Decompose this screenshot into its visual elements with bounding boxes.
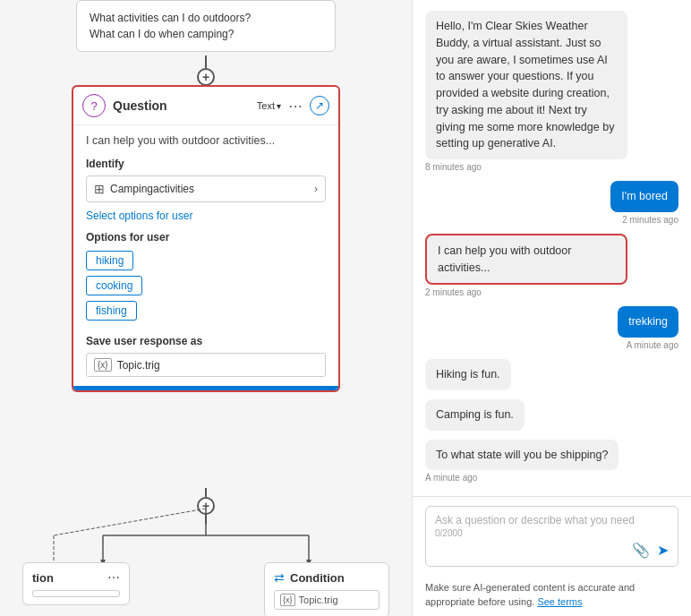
top-node: What activities can I do outdoors? What …: [76, 0, 336, 52]
chat-input-box: Ask a question or describe what you need…: [425, 506, 678, 567]
msg-time-intro: 8 minutes ago: [425, 162, 627, 172]
bottom-node-left: tion ⋯: [22, 562, 130, 605]
chat-input-placeholder[interactable]: Ask a question or describe what you need: [435, 514, 669, 526]
type-chevron-icon[interactable]: ▾: [277, 101, 281, 111]
question-icon: ?: [82, 94, 106, 117]
line-bottom2: [205, 515, 207, 524]
identify-chevron-icon: ›: [314, 183, 318, 195]
add-node-btn-top[interactable]: +: [197, 68, 215, 86]
add-node-btn-bottom[interactable]: +: [197, 497, 215, 515]
right-panel: Hello, I'm Clear Skies Weather Buddy, a …: [412, 0, 691, 616]
var-icon-small: {x}: [280, 594, 295, 606]
save-variable: Topic.trig: [117, 359, 160, 372]
identify-value: Campingactivities: [110, 183, 194, 195]
user-message-trekking: trekking A minute ago: [618, 306, 678, 350]
bot-bubble-intro: Hello, I'm Clear Skies Weather Buddy, a …: [425, 11, 627, 159]
left-panel: What activities can I do outdoors? What …: [0, 0, 412, 616]
chat-disclaimer: Make sure AI-generated content is accura…: [413, 576, 691, 616]
bot-message-camping: Camping is fun.: [425, 399, 525, 431]
header-controls: Text ▾ ⋯ ↗: [257, 96, 329, 116]
chat-messages: Hello, I'm Clear Skies Weather Buddy, a …: [413, 0, 691, 496]
identify-inner: ⊞ Campingactivities: [94, 182, 194, 196]
condition-icon: ⇄: [274, 570, 285, 585]
chat-input-actions: 📎 ➤: [435, 542, 669, 559]
question-card-header: ? Question Text ▾ ⋯ ↗: [73, 87, 338, 125]
msg-time-help: 2 minutes ago: [425, 287, 627, 297]
msg-time-trekking: A minute ago: [618, 340, 678, 350]
see-terms-link[interactable]: See terms: [537, 596, 582, 607]
bottom-nodes-row: tion ⋯ ⇄ Condition {x} Topic.trig: [0, 526, 412, 616]
top-node-line1: What activities can I do outdoors?: [90, 10, 322, 26]
bottom-node-right-title: Condition: [290, 571, 345, 585]
question-card: ? Question Text ▾ ⋯ ↗ I can help you wit…: [72, 85, 340, 392]
attach-icon[interactable]: 📎: [632, 542, 650, 559]
bottom-var-value: Topic.trig: [299, 595, 338, 605]
bot-bubble-camping: Camping is fun.: [425, 399, 525, 431]
option-tag-hiking: hiking: [86, 251, 133, 270]
bot-message-shipping: To what state will you be shipping? A mi…: [425, 440, 618, 483]
card-bottom-bar: [73, 386, 338, 390]
save-response-input[interactable]: {x} Topic.trig: [86, 353, 326, 377]
card-message: I can help you with outdoor activities..…: [86, 134, 326, 147]
line-top: [205, 56, 207, 68]
user-bubble-trekking: trekking: [618, 306, 678, 338]
send-button[interactable]: ➤: [657, 542, 669, 559]
bottom-node-right-header: ⇄ Condition: [274, 570, 380, 585]
options-label: Options for user: [86, 231, 326, 244]
option-tag-fishing: fishing: [86, 301, 137, 321]
bot-bubble-shipping: To what state will you be shipping?: [425, 440, 618, 471]
chat-input-counter: 0/2000: [435, 528, 669, 538]
bottom-node-left-field: [32, 590, 120, 597]
user-message-bored: I'm bored 2 minutes ago: [610, 181, 678, 225]
option-tag-cooking: cooking: [86, 276, 142, 295]
save-response-label: Save user response as: [86, 335, 326, 347]
top-node-line2: What can I do when camping?: [90, 26, 322, 42]
bottom-node-left-header: tion ⋯: [32, 570, 120, 585]
identify-row[interactable]: ⊞ Campingactivities ›: [86, 175, 326, 202]
bot-message-intro: Hello, I'm Clear Skies Weather Buddy, a …: [425, 11, 627, 172]
bot-message-hiking: Hiking is fun.: [425, 359, 511, 390]
question-title: Question: [113, 98, 250, 113]
question-card-body: I can help you with outdoor activities..…: [73, 125, 338, 386]
type-badge: Text ▾: [257, 100, 281, 111]
select-options-link[interactable]: Select options for user: [86, 210, 326, 222]
bot-message-help: I can help you with outdoor activities..…: [425, 234, 627, 298]
identify-label: Identify: [86, 158, 326, 170]
msg-time-shipping: A minute ago: [425, 473, 618, 483]
user-bubble-bored: I'm bored: [610, 181, 678, 212]
bottom-node-left-title: tion: [32, 571, 54, 585]
expand-button[interactable]: ↗: [310, 96, 329, 116]
msg-time-bored: 2 minutes ago: [610, 215, 678, 225]
variable-icon: {x}: [94, 358, 112, 372]
bot-bubble-help-highlighted: I can help you with outdoor activities..…: [425, 234, 627, 286]
grid-icon: ⊞: [94, 182, 105, 196]
connector-bottom: +: [197, 488, 215, 524]
more-options-button[interactable]: ⋯: [285, 98, 306, 115]
chat-input-area: Ask a question or describe what you need…: [413, 496, 691, 576]
bottom-node-right-field: {x} Topic.trig: [274, 590, 380, 610]
bottom-node-right: ⇄ Condition {x} Topic.trig: [264, 562, 389, 616]
line-bottom1: [205, 488, 207, 497]
bot-bubble-hiking: Hiking is fun.: [425, 359, 511, 390]
bottom-dots-left[interactable]: ⋯: [107, 570, 120, 585]
